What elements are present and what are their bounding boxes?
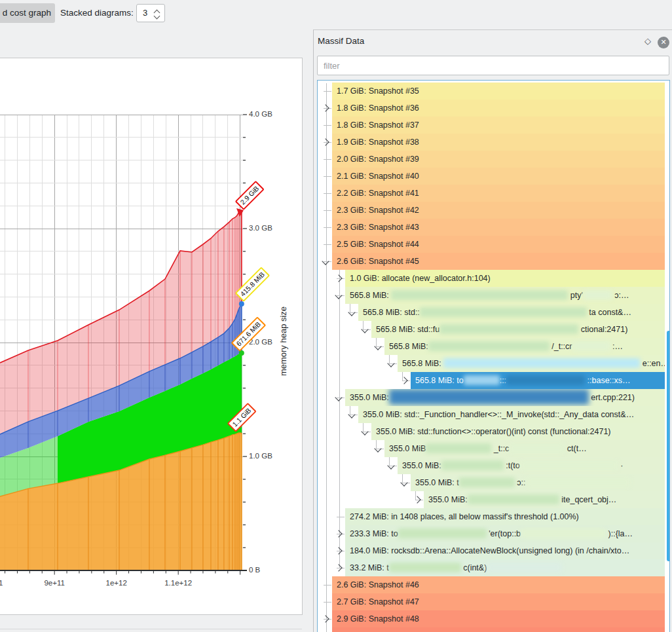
chevron-down-icon[interactable] [374,445,381,452]
row-text: 2.5 GiB: Snapshot #44 [337,240,419,249]
chevron-down-icon[interactable] [387,360,394,367]
row-text: 2.9 GiB: Snapshot #48 [337,614,419,623]
chevron-right-icon[interactable] [322,615,329,622]
chevron-down-icon[interactable] [322,257,329,265]
tree-row-label: 2.6 GiB: Snapshot #45 [332,253,665,270]
row-text: ta const&… [587,308,631,317]
redacted-text [420,307,587,317]
filter-input[interactable] [317,56,669,75]
row-text: 355.0 MiB: t [415,478,459,487]
tree-row-snapshot[interactable]: 2.9 GiB: Snapshot #49 [318,627,669,632]
tree-row-snapshot[interactable]: 2.6 GiB: Snapshot #46 [318,576,669,593]
tree-row-snapshot[interactable]: 2.3 GiB: Snapshot #42 [318,202,669,219]
tree-row-snapshot[interactable]: 2.3 GiB: Snapshot #43 [318,219,669,236]
tree-row-allocation[interactable]: 355.0 MiB: t ɔ:: [318,474,669,491]
chevron-right-icon[interactable] [322,138,329,145]
row-text: 355.0 MiB [389,444,426,453]
row-text: 2.3 GiB: Snapshot #43 [337,223,419,232]
row-text: e::en… [640,359,665,368]
redacted-text [525,477,630,487]
tree-row-allocation[interactable]: 355.0 MiB: std::function<>::operator()(i… [318,423,669,440]
tree-row-allocation[interactable]: 565.8 MiB: pty' ɔ:… [318,287,669,304]
tree-row-snapshot[interactable]: 1.8 GiB: Snapshot #36 [318,100,669,117]
tree-row-snapshot[interactable]: 2.7 GiB: Snapshot #47 [318,593,669,610]
chevron-right-icon[interactable] [413,496,420,503]
y-axis-title: memory heap size [278,295,289,387]
row-text: )::{la… [606,529,633,538]
chevron-down-icon[interactable] [361,428,368,435]
tree-row-allocation[interactable]: 355.0 MiB _t::c ct(t… [318,440,669,457]
redacted-text [389,389,589,405]
tree-row-allocation[interactable]: 184.0 MiB: rocksdb::Arena::AllocateNewBl… [318,542,669,559]
tree-row-label: 355.0 MiB: :t(to · [398,457,665,474]
tree-row-allocation[interactable]: 233.3 MiB: to 'er(top::b )::{la… [318,525,669,542]
tree-scrollbar[interactable] [667,331,670,561]
snapshot-tree[interactable]: 1.7 GiB: Snapshot #351.8 GiB: Snapshot #… [317,80,670,632]
tree-row-snapshot[interactable]: 2.5 GiB: Snapshot #44 [318,236,669,253]
tree-row-snapshot[interactable]: 1.7 GiB: Snapshot #35 [318,83,669,100]
stacked-diagrams-spinbox[interactable]: 3 [136,4,165,22]
row-text: 355.0 MiB: std::_Function_handler<>::_M_… [363,410,634,419]
tree-row-allocation[interactable]: 565.8 MiB: std:: ta const&… [318,304,669,321]
tree-row-allocation[interactable]: 1.0 GiB: allocate (new_allocator.h:104) [318,270,669,287]
spinbox-value[interactable]: 3 [143,5,147,22]
row-text: · [618,461,624,470]
chevron-down-icon[interactable] [387,462,394,469]
row-text: 2.3 GiB: Snapshot #42 [337,206,419,215]
tree-row-snapshot[interactable]: 2.2 GiB: Snapshot #41 [318,185,669,202]
tree-row-allocation[interactable]: 355.0 MiB: ert.cpp:221) [318,389,669,406]
chevron-right-icon[interactable] [335,564,342,571]
tree-row-allocation[interactable]: 565.8 MiB: e::en… [318,355,669,372]
tree-row-snapshot[interactable]: 1.9 GiB: Snapshot #38 [318,134,669,151]
chevron-right-icon[interactable] [335,274,342,282]
chevron-right-icon[interactable] [322,104,329,111]
tree-row-label: 1.0 GiB: allocate (new_allocator.h:104) [345,270,665,287]
y-tick-label: 4.0 GB [249,110,272,118]
tree-row-label: 2.2 GiB: Snapshot #41 [332,185,665,202]
tree-row-label: 233.3 MiB: to 'er(top::b )::{la… [345,525,665,542]
tree-row-snapshot[interactable]: 2.0 GiB: Snapshot #39 [318,151,669,168]
chevron-right-icon[interactable] [335,530,342,537]
tree-row-snapshot[interactable]: 1.8 GiB: Snapshot #37 [318,117,669,134]
redacted-text [464,375,500,385]
chevron-down-icon[interactable] [400,479,407,486]
close-icon: ✕ [658,37,669,48]
massif-data-dock: Massif Data ◇ ✕ 1.7 GiB: Snapshot #351.8… [313,29,672,632]
dock-close-button[interactable]: ✕ [658,37,669,48]
tree-row-label: 355.0 MiB: t ɔ:: [411,474,665,491]
tree-row-allocation[interactable]: 355.0 MiB: :t(to · [318,457,669,474]
cost-graph-tab-button[interactable]: d cost graph [0,3,55,23]
chevron-down-icon[interactable] [348,308,355,316]
tree-row-label: 2.9 GiB: Snapshot #49 [332,627,665,632]
chevron-down-icon[interactable] [361,325,368,333]
tree-row-allocation[interactable]: 274.2 MiB: in 1408 places, all below mas… [318,508,669,525]
row-text: 355.0 MiB: [402,461,441,470]
tree-row-allocation[interactable]: 565.8 MiB: std::fu ctional:2471) [318,321,669,338]
tree-row-allocation[interactable]: 565.8 MiB: /_t::cr :… [318,338,669,355]
tree-row-allocation[interactable]: 565.8 MiB: to::: ::base::xs… [318,372,669,389]
chevron-right-icon[interactable] [335,547,342,554]
chevron-down-icon[interactable] [348,411,355,418]
row-text: ctional:2471) [578,325,627,334]
chevron-right-icon[interactable] [400,377,407,384]
memory-heap-chart[interactable]: 0 B1.0 GB2.0 GB3.0 GB4.0 GB8e+119e+111e+… [0,58,303,615]
y-tick-label: 3.0 GB [249,224,272,232]
row-text: ct(t… [565,444,586,453]
row-text: :… [610,342,623,351]
tree-row-snapshot[interactable]: 2.1 GiB: Snapshot #40 [318,168,669,185]
chevron-down-icon[interactable] [374,343,381,350]
tree-row-label: 2.3 GiB: Snapshot #42 [332,202,665,219]
tree-row-allocation[interactable]: 355.0 MiB: std::_Function_handler<>::_M_… [318,406,669,423]
tree-row-label: 355.0 MiB: std::function<>::operator()(i… [371,423,665,440]
dock-float-icon[interactable]: ◇ [643,37,652,46]
tree-row-snapshot[interactable]: 2.6 GiB: Snapshot #45 [318,253,669,270]
chevron-down-icon[interactable] [335,394,342,401]
tree-row-snapshot[interactable]: 2.9 GiB: Snapshot #48 [318,610,669,627]
spinbox-down-icon[interactable] [154,13,160,20]
tree-row-allocation[interactable]: 33.2 MiB: t c(int&) [318,559,669,576]
row-text: 355.0 MiB: [350,393,389,402]
chevron-down-icon[interactable] [335,291,342,299]
row-text: 565.8 MiB: std::fu [376,325,439,334]
row-text: 565.8 MiB: [350,291,391,300]
tree-row-allocation[interactable]: 355.0 MiB: ite_qcert_obj… [318,491,669,508]
